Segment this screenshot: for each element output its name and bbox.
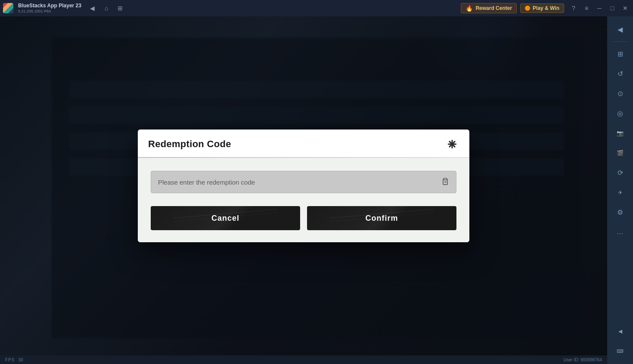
fps-label: FPS [5,358,15,362]
right-sidebar: ◀ ⊞ ↺ ⊙ ◎ 📷 🎬 ⟳ ✈ ⚙ … ◀ ⌨ [607,16,633,364]
paste-button[interactable] [439,176,451,188]
back-button[interactable]: ◀ [87,2,99,14]
window-actions: ? ≡ ─ □ ✕ [568,2,631,14]
sidebar-more-button[interactable]: … [611,222,630,241]
sidebar-gps-button[interactable]: ✈ [611,183,630,202]
modal-overlay: Redemption Code [0,16,607,355]
dialog-title: Redemption Code [148,139,231,150]
sidebar-settings-button[interactable]: ⚙ [611,203,630,222]
app-name-group: BlueStacks App Player 23 5.21.205.1001 P… [18,3,81,13]
titlebar: BlueStacks App Player 23 5.21.205.1001 P… [0,0,633,16]
confirm-button[interactable]: Confirm [307,206,456,230]
dialog-buttons: Cancel Confirm [151,206,456,230]
help-button[interactable]: ? [568,2,580,14]
app-version: 5.21.205.1001 P64 [18,9,81,14]
nav-buttons: ◀ ⌂ ⊞ [87,2,126,14]
input-wrapper [151,171,456,193]
play-win-label: Play & Win [533,5,559,11]
dialog-header: Redemption Code [138,130,469,158]
sidebar-keyboard-button[interactable]: ⌨ [611,342,630,361]
sidebar-arrow-button[interactable]: ◀ [611,322,630,341]
redemption-code-input[interactable] [151,171,456,193]
sidebar-divider-1 [612,41,628,42]
play-win-dot-icon [525,6,530,11]
fps-value: 30 [18,358,23,362]
app-title: BlueStacks App Player 23 [18,3,81,9]
close-button[interactable]: ✕ [619,2,631,14]
sidebar-refresh-button[interactable]: ⟳ [611,163,630,182]
reward-center-button[interactable]: 🔥 Reward Center [461,3,517,13]
reward-center-label: Reward Center [475,5,512,11]
redemption-dialog: Redemption Code [138,130,469,242]
dialog-close-button[interactable] [445,137,459,151]
app-logo [0,0,16,16]
flame-icon: 🔥 [465,5,473,12]
sidebar-record-button[interactable]: ⊙ [611,84,630,103]
sidebar-screenshot-button[interactable]: 📷 [611,123,630,142]
sidebar-collapse-button[interactable]: ◀ [611,20,630,39]
sidebar-video-button[interactable]: 🎬 [611,143,630,162]
dialog-body: Cancel Confirm [138,158,469,242]
play-win-button[interactable]: Play & Win [520,3,564,13]
bottom-bar: FPS 30 User ID: 900898764 [0,355,607,364]
clipboard-icon [441,178,450,186]
close-x-star-icon [447,139,457,149]
menu-button[interactable]: ≡ [580,2,593,14]
user-id: User ID: 900898764 [563,358,602,362]
svg-rect-1 [444,178,447,180]
sidebar-performance-button[interactable]: ◎ [611,104,630,123]
cancel-button[interactable]: Cancel [151,206,300,230]
minimize-button[interactable]: ─ [593,2,605,14]
sidebar-rotate-button[interactable]: ↺ [611,64,630,83]
x-star-line-1 [448,144,456,145]
tabs-button[interactable]: ⊞ [114,2,126,14]
sidebar-app-grid-button[interactable]: ⊞ [611,44,630,63]
bluestacks-logo-icon [3,3,13,13]
home-button[interactable]: ⌂ [100,2,112,14]
maximize-button[interactable]: □ [606,2,618,14]
x-star-line-2 [452,140,453,148]
